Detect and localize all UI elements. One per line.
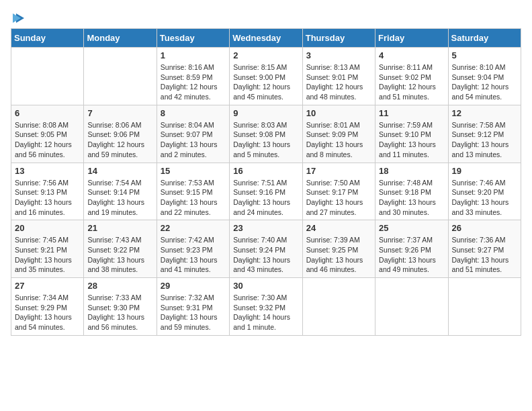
day-number: 24	[306, 223, 371, 233]
calendar-cell: 6Sunrise: 8:08 AMSunset: 9:05 PMDaylight…	[11, 105, 84, 163]
calendar-week-row: 20Sunrise: 7:45 AMSunset: 9:21 PMDayligh…	[11, 220, 521, 278]
calendar-cell: 26Sunrise: 7:36 AMSunset: 9:27 PMDayligh…	[448, 220, 521, 278]
day-number: 20	[15, 223, 80, 233]
calendar-cell: 27Sunrise: 7:34 AMSunset: 9:29 PMDayligh…	[11, 278, 84, 336]
calendar-cell: 30Sunrise: 7:30 AMSunset: 9:32 PMDayligh…	[230, 278, 302, 336]
day-number: 10	[306, 108, 371, 118]
calendar-cell: 11Sunrise: 7:59 AMSunset: 9:10 PMDayligh…	[375, 105, 448, 163]
weekday-header: Friday	[375, 29, 448, 48]
day-info: Sunrise: 7:32 AMSunset: 9:31 PMDaylight:…	[161, 293, 226, 332]
day-info: Sunrise: 8:04 AMSunset: 9:07 PMDaylight:…	[161, 120, 226, 160]
day-number: 4	[379, 50, 444, 60]
weekday-header: Wednesday	[230, 29, 302, 48]
calendar-cell: 29Sunrise: 7:32 AMSunset: 9:31 PMDayligh…	[157, 278, 229, 336]
calendar-cell	[448, 278, 521, 336]
day-info: Sunrise: 8:01 AMSunset: 9:09 PMDaylight:…	[306, 120, 371, 160]
day-info: Sunrise: 7:42 AMSunset: 9:23 PMDaylight:…	[161, 235, 226, 275]
day-number: 6	[15, 108, 80, 118]
day-number: 23	[233, 223, 298, 233]
day-number: 1	[161, 50, 226, 60]
day-info: Sunrise: 7:39 AMSunset: 9:25 PMDaylight:…	[306, 235, 371, 275]
calendar-table: SundayMondayTuesdayWednesdayThursdayFrid…	[11, 28, 521, 336]
calendar-cell: 8Sunrise: 8:04 AMSunset: 9:07 PMDaylight…	[157, 105, 229, 163]
day-number: 29	[161, 281, 226, 291]
day-number: 18	[379, 166, 444, 176]
day-number: 30	[233, 281, 298, 291]
weekday-header: Monday	[84, 29, 157, 48]
calendar-week-row: 13Sunrise: 7:56 AMSunset: 9:13 PMDayligh…	[11, 163, 521, 220]
day-number: 8	[161, 108, 226, 118]
day-number: 2	[233, 50, 298, 60]
day-info: Sunrise: 8:15 AMSunset: 9:00 PMDaylight:…	[233, 62, 298, 102]
day-info: Sunrise: 8:10 AMSunset: 9:04 PMDaylight:…	[452, 62, 517, 102]
calendar-cell: 7Sunrise: 8:06 AMSunset: 9:06 PMDaylight…	[84, 105, 157, 163]
calendar-cell: 1Sunrise: 8:16 AMSunset: 8:59 PMDaylight…	[157, 48, 229, 105]
calendar-cell: 22Sunrise: 7:42 AMSunset: 9:23 PMDayligh…	[157, 220, 229, 278]
day-info: Sunrise: 7:53 AMSunset: 9:15 PMDaylight:…	[161, 178, 226, 218]
calendar-cell: 23Sunrise: 7:40 AMSunset: 9:24 PMDayligh…	[230, 220, 302, 278]
calendar-week-row: 1Sunrise: 8:16 AMSunset: 8:59 PMDaylight…	[11, 48, 521, 105]
day-number: 16	[233, 166, 298, 176]
day-info: Sunrise: 7:50 AMSunset: 9:17 PMDaylight:…	[306, 178, 371, 218]
day-number: 26	[452, 223, 517, 233]
day-number: 13	[15, 166, 80, 176]
calendar-cell: 24Sunrise: 7:39 AMSunset: 9:25 PMDayligh…	[302, 220, 375, 278]
calendar-week-row: 27Sunrise: 7:34 AMSunset: 9:29 PMDayligh…	[11, 278, 521, 336]
calendar-cell: 13Sunrise: 7:56 AMSunset: 9:13 PMDayligh…	[11, 163, 84, 220]
calendar-cell: 12Sunrise: 7:58 AMSunset: 9:12 PMDayligh…	[448, 105, 521, 163]
calendar-cell	[84, 48, 157, 105]
calendar-cell: 18Sunrise: 7:48 AMSunset: 9:18 PMDayligh…	[375, 163, 448, 220]
day-number: 7	[87, 108, 152, 118]
day-number: 11	[379, 108, 444, 118]
day-number: 15	[161, 166, 226, 176]
calendar-cell: 2Sunrise: 8:15 AMSunset: 9:00 PMDaylight…	[230, 48, 302, 105]
calendar-cell	[11, 48, 84, 105]
calendar-cell	[375, 278, 448, 336]
day-info: Sunrise: 7:56 AMSunset: 9:13 PMDaylight:…	[15, 178, 80, 218]
day-info: Sunrise: 7:59 AMSunset: 9:10 PMDaylight:…	[379, 120, 444, 160]
page-header	[11, 11, 521, 21]
day-info: Sunrise: 7:54 AMSunset: 9:14 PMDaylight:…	[87, 178, 152, 218]
day-info: Sunrise: 7:34 AMSunset: 9:29 PMDaylight:…	[15, 293, 80, 332]
day-number: 19	[452, 166, 517, 176]
calendar-cell: 10Sunrise: 8:01 AMSunset: 9:09 PMDayligh…	[302, 105, 375, 163]
day-info: Sunrise: 8:11 AMSunset: 9:02 PMDaylight:…	[379, 62, 444, 102]
logo	[11, 11, 26, 21]
weekday-header: Thursday	[302, 29, 375, 48]
calendar-cell: 9Sunrise: 8:03 AMSunset: 9:08 PMDaylight…	[230, 105, 302, 163]
day-info: Sunrise: 7:48 AMSunset: 9:18 PMDaylight:…	[379, 178, 444, 218]
calendar-cell: 25Sunrise: 7:37 AMSunset: 9:26 PMDayligh…	[375, 220, 448, 278]
calendar-header-row: SundayMondayTuesdayWednesdayThursdayFrid…	[11, 29, 521, 48]
day-number: 27	[15, 281, 80, 291]
day-number: 17	[306, 166, 371, 176]
calendar-cell: 5Sunrise: 8:10 AMSunset: 9:04 PMDaylight…	[448, 48, 521, 105]
calendar-cell: 4Sunrise: 8:11 AMSunset: 9:02 PMDaylight…	[375, 48, 448, 105]
day-info: Sunrise: 8:06 AMSunset: 9:06 PMDaylight:…	[87, 120, 152, 160]
day-info: Sunrise: 7:36 AMSunset: 9:27 PMDaylight:…	[452, 235, 517, 275]
calendar-cell: 15Sunrise: 7:53 AMSunset: 9:15 PMDayligh…	[157, 163, 229, 220]
day-number: 14	[87, 166, 152, 176]
day-number: 9	[233, 108, 298, 118]
day-info: Sunrise: 7:40 AMSunset: 9:24 PMDaylight:…	[233, 235, 298, 275]
calendar-cell: 17Sunrise: 7:50 AMSunset: 9:17 PMDayligh…	[302, 163, 375, 220]
day-number: 25	[379, 223, 444, 233]
calendar-cell: 14Sunrise: 7:54 AMSunset: 9:14 PMDayligh…	[84, 163, 157, 220]
day-info: Sunrise: 8:03 AMSunset: 9:08 PMDaylight:…	[233, 120, 298, 160]
weekday-header: Saturday	[448, 29, 521, 48]
calendar-cell: 19Sunrise: 7:46 AMSunset: 9:20 PMDayligh…	[448, 163, 521, 220]
calendar-cell: 16Sunrise: 7:51 AMSunset: 9:16 PMDayligh…	[230, 163, 302, 220]
calendar-cell: 28Sunrise: 7:33 AMSunset: 9:30 PMDayligh…	[84, 278, 157, 336]
day-info: Sunrise: 7:46 AMSunset: 9:20 PMDaylight:…	[452, 178, 517, 218]
weekday-header: Sunday	[11, 29, 84, 48]
day-number: 21	[87, 223, 152, 233]
day-number: 22	[161, 223, 226, 233]
day-info: Sunrise: 7:43 AMSunset: 9:22 PMDaylight:…	[87, 235, 152, 275]
day-number: 12	[452, 108, 517, 118]
day-info: Sunrise: 7:51 AMSunset: 9:16 PMDaylight:…	[233, 178, 298, 218]
day-info: Sunrise: 7:37 AMSunset: 9:26 PMDaylight:…	[379, 235, 444, 275]
calendar-cell: 3Sunrise: 8:13 AMSunset: 9:01 PMDaylight…	[302, 48, 375, 105]
calendar-cell: 21Sunrise: 7:43 AMSunset: 9:22 PMDayligh…	[84, 220, 157, 278]
day-info: Sunrise: 7:33 AMSunset: 9:30 PMDaylight:…	[87, 293, 152, 332]
day-number: 3	[306, 50, 371, 60]
day-info: Sunrise: 8:16 AMSunset: 8:59 PMDaylight:…	[161, 62, 226, 102]
